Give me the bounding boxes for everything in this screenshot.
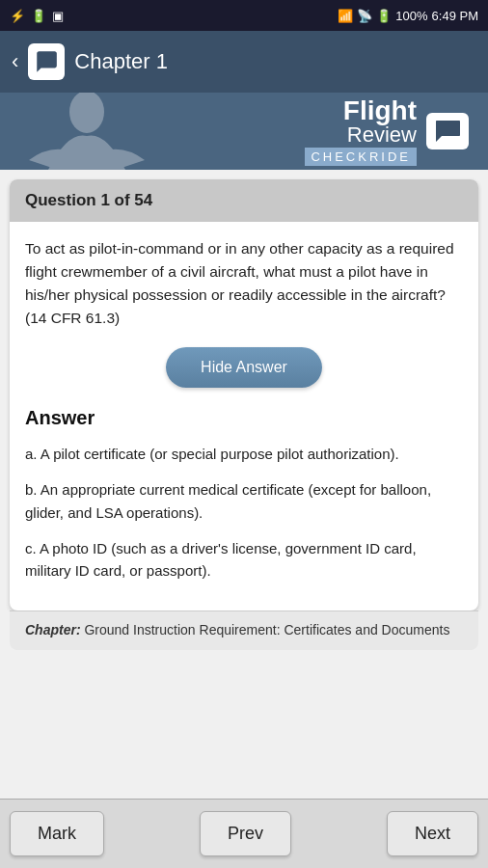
signal-icon: 📡	[357, 9, 372, 23]
battery-small-icon: 🔋	[31, 9, 46, 23]
chapter-footer: Chapter: Ground Instruction Requirement:…	[10, 610, 478, 650]
status-bar: ⚡ 🔋 ▣ 📶 📡 🔋 100% 6:49 PM	[0, 0, 488, 31]
banner: Flight Review CHECKRIDE	[0, 93, 488, 170]
battery-percent: 100%	[395, 9, 427, 23]
time-display: 6:49 PM	[432, 9, 478, 23]
logo-review: Review	[347, 124, 417, 146]
app-icon	[28, 43, 65, 80]
mark-button[interactable]: Mark	[10, 811, 104, 856]
bottom-bar: Mark Prev Next	[0, 799, 488, 868]
chat-bubble-icon	[34, 49, 59, 74]
answer-item-a: a. A pilot certificate (or special purpo…	[25, 443, 463, 465]
card-body: To act as pilot-in-command or in any oth…	[10, 222, 478, 610]
answer-item-b: b. An appropriate current medical certif…	[25, 478, 463, 524]
toolbar: ‹ Chapter 1	[0, 31, 488, 93]
hide-answer-button[interactable]: Hide Answer	[166, 347, 322, 388]
app-logo: Flight Review CHECKRIDE	[305, 97, 417, 166]
question-counter: Question 1 of 54	[25, 191, 152, 209]
logo-checkride: CHECKRIDE	[305, 148, 417, 166]
pilot-silhouette	[0, 93, 174, 170]
question-header: Question 1 of 54	[10, 179, 478, 222]
status-right: 📶 📡 🔋 100% 6:49 PM	[338, 9, 478, 23]
svg-point-0	[69, 93, 104, 133]
question-text: To act as pilot-in-command or in any oth…	[25, 237, 463, 330]
banner-chat-icon	[426, 113, 469, 149]
chapter-label: Chapter:	[25, 622, 81, 637]
chat-icon-svg	[434, 120, 461, 143]
wifi-icon: 📶	[338, 9, 353, 23]
next-button[interactable]: Next	[387, 811, 478, 856]
sim-icon: ▣	[52, 9, 64, 23]
logo-flight: Flight	[343, 97, 417, 124]
back-button[interactable]: ‹	[12, 49, 18, 74]
status-icons: ⚡ 🔋 ▣	[10, 9, 64, 23]
battery-icon: 🔋	[376, 9, 392, 23]
chapter-text: Ground Instruction Requirement: Certific…	[84, 622, 449, 637]
answer-title: Answer	[25, 407, 463, 429]
answer-item-c: c. A photo ID (such as a driver's licens…	[25, 537, 463, 583]
prev-button[interactable]: Prev	[200, 811, 291, 856]
toolbar-title: Chapter 1	[74, 49, 168, 74]
question-card: Question 1 of 54 To act as pilot-in-comm…	[10, 179, 478, 610]
usb-icon: ⚡	[10, 9, 25, 23]
